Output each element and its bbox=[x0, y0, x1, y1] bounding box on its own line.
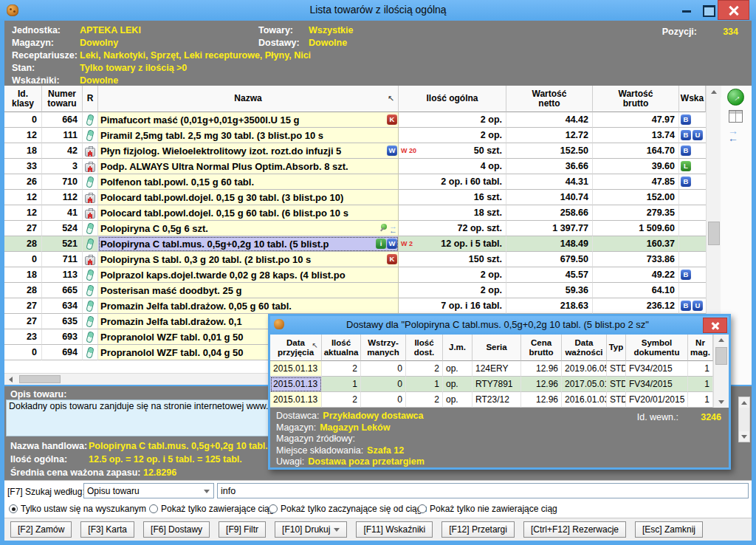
search-field-dropdown[interactable]: Opisu towaru bbox=[83, 483, 214, 498]
scroll-up-button[interactable] bbox=[707, 86, 721, 97]
supplies-column-header-4[interactable]: J.m. bbox=[443, 335, 472, 361]
panel-scroll-down[interactable] bbox=[739, 431, 749, 442]
cell-ilosc-ogolna: 16 szt. bbox=[399, 190, 506, 205]
f2-zamow-button[interactable]: [F2] Zamów bbox=[10, 521, 72, 538]
supplies-column-header-7[interactable]: Data ważności bbox=[562, 335, 607, 361]
cell-wartosc-netto: 140.74 bbox=[506, 190, 593, 205]
supplies-scroll-down[interactable] bbox=[714, 397, 729, 408]
refresh-icon[interactable]: → bbox=[727, 89, 744, 106]
supplies-column-header-5[interactable]: Seria bbox=[472, 335, 521, 361]
vertical-scroll-thumb[interactable] bbox=[708, 222, 720, 245]
column-header-2[interactable]: R bbox=[83, 86, 98, 112]
badge-U: U bbox=[693, 130, 703, 140]
table-row[interactable]: 1842Płyn fizjolog. Wieloelektrolitowy iz… bbox=[4, 143, 706, 159]
table-row[interactable]: 12111Piramil 2,5mg tabl. 2,5 mg 30 tabl.… bbox=[4, 128, 706, 143]
cell-wartosc-brutto: 64.10 bbox=[593, 283, 679, 298]
cell-wartosc-brutto: 160.37 bbox=[593, 236, 679, 252]
cell-numer-towaru: 113 bbox=[42, 267, 83, 283]
column-header-6[interactable]: Wartość brutto bbox=[593, 86, 679, 112]
table-row[interactable]: 18113Polprazol kaps.dojel.twarde 0,02 g … bbox=[4, 267, 706, 283]
cell-id-klasy: 12 bbox=[4, 190, 42, 205]
supply-row[interactable]: 2015.01.13101op.RTY789112.962017.05.01ST… bbox=[270, 377, 713, 392]
column-header-7[interactable]: Wska bbox=[679, 86, 706, 112]
supply-row[interactable]: 2015.01.13202op.RT23/1212.962016.01.03ST… bbox=[270, 392, 713, 408]
radio-dot-icon bbox=[9, 504, 18, 513]
description-text[interactable]: Dokładny opis towaru zanjduje się na str… bbox=[6, 400, 269, 436]
first-aid-icon bbox=[85, 194, 95, 203]
table-row[interactable]: 26710Polfenon tabl.powl. 0,15 g 60 tabl.… bbox=[4, 174, 706, 190]
column-header-5[interactable]: Wartość netto bbox=[506, 86, 593, 112]
table-row[interactable]: 333Podp. ALWAYS Ultra Normal Plus Optim.… bbox=[4, 159, 706, 174]
horizontal-scroll-thumb[interactable] bbox=[19, 375, 61, 383]
cell-numer-towaru: 711 bbox=[42, 252, 83, 267]
f12-przetargi-button[interactable]: [F12] Przetargi bbox=[441, 521, 515, 538]
cell-ilosc-ogolna: 7 op. i 16 tabl. bbox=[399, 298, 506, 314]
supplies-column-header-8[interactable]: Typ bbox=[607, 335, 626, 361]
column-header-3[interactable]: Nazwa↖ bbox=[98, 86, 399, 112]
table-row[interactable]: 1241Polocard tabl.powl.dojel. 0,15 g 60 … bbox=[4, 205, 706, 221]
supplies-column-header-6[interactable]: Cena brutto bbox=[521, 335, 562, 361]
column-header-0[interactable]: Id. klasy bbox=[4, 86, 42, 112]
cell-id-klasy: 0 bbox=[4, 252, 42, 267]
filter-towary: Towary:Wszystkie bbox=[258, 25, 353, 38]
search-mode-radio-0[interactable]: Tylko ustaw się na wyszukanym bbox=[9, 504, 146, 514]
supplies-column-header-3[interactable]: Ilość dost. bbox=[406, 335, 443, 361]
close-button[interactable] bbox=[718, 0, 749, 20]
supply-info-label: Uwagi: bbox=[276, 456, 304, 467]
table-row[interactable]: 28665Posterisan maść doodbyt. 25 g2 op.5… bbox=[4, 283, 706, 298]
f6-dostawy-button[interactable]: [F6] Dostawy bbox=[143, 521, 210, 538]
table-row[interactable]: 27634Promazin Jelfa tabl.drażow. 0,05 g … bbox=[4, 298, 706, 314]
cell-receptariusz bbox=[83, 283, 98, 298]
supply-cell-1: 2 bbox=[322, 361, 361, 377]
supplies-scroll-thumb[interactable] bbox=[715, 347, 727, 365]
warning-indicator: W 2 bbox=[401, 240, 413, 247]
search-input[interactable] bbox=[217, 483, 749, 498]
name-badges: K bbox=[387, 114, 397, 125]
cell-numer-towaru: 3 bbox=[42, 159, 83, 174]
chevron-down-icon bbox=[204, 490, 210, 493]
filter-summary-panel: Jednostka:APTEKA LEKI Magazyn:Dowolny Re… bbox=[4, 21, 752, 86]
f3-karta-button[interactable]: [F3] Karta bbox=[80, 521, 134, 538]
supply-row[interactable]: 2015.01.13202op.124ERY12.962019.06.05STD… bbox=[270, 361, 713, 377]
search-mode-radio-1[interactable]: Pokaż tylko zawierające ciąg bbox=[149, 504, 274, 514]
panel-scrollbar[interactable] bbox=[738, 397, 750, 442]
column-header-1[interactable]: Numer towaru bbox=[42, 86, 83, 112]
table-row[interactable]: 27524Polopiryna C 0,5g 6 szt.→←72 op. sz… bbox=[4, 221, 706, 236]
search-mode-radio-2[interactable]: Pokaż tylko zaczynające się od ciągu bbox=[269, 504, 427, 514]
table-row[interactable]: 0664Pimafucort maść (0,01g+0,01g+3500I.U… bbox=[4, 112, 706, 128]
cell-numer-towaru: 111 bbox=[42, 128, 83, 143]
cell-ilosc-ogolna: 150 szt. bbox=[399, 252, 506, 267]
esc-zamknij-button[interactable]: [Esc] Zamknij bbox=[635, 521, 703, 538]
supply-cell-5: RTY7891 bbox=[472, 377, 521, 392]
table-row[interactable]: 28521Polopiryna C tabl.mus. 0,5g+0,2g 10… bbox=[4, 236, 706, 252]
dialog-close-button[interactable] bbox=[703, 318, 727, 333]
ctrl-f12-rezerwacje-button[interactable]: [Ctrl+F12] Rezerwacje bbox=[523, 521, 626, 538]
cell-receptariusz bbox=[83, 329, 98, 345]
f10-drukuj-button[interactable]: [F10] Drukuj bbox=[275, 521, 347, 538]
supply-info-line: Uwagi:Dostawa poza przetargiem bbox=[276, 456, 729, 468]
scroll-left-button[interactable] bbox=[4, 374, 17, 385]
supplies-column-header-9[interactable]: Symbol dokumentu bbox=[626, 335, 688, 361]
table-row[interactable]: 0711Polopiryna S tabl. 0,3 g 20 tabl. (2… bbox=[4, 252, 706, 267]
supplies-column-header-0[interactable]: Data przyjęcia↖ bbox=[270, 335, 322, 361]
column-header-4[interactable]: Ilość ogólna bbox=[399, 86, 506, 112]
panel-scroll-up[interactable] bbox=[739, 397, 749, 408]
supplies-column-header-10[interactable]: Nr mag. bbox=[688, 335, 713, 361]
supplies-column-header-1[interactable]: Ilość aktualna bbox=[322, 335, 361, 361]
cell-wartosc-brutto: 733.86 bbox=[593, 252, 679, 267]
maximize-button[interactable] bbox=[698, 0, 718, 20]
search-mode-radio-3[interactable]: Pokaż tylko nie zawierające ciąg bbox=[418, 504, 557, 514]
minimize-button[interactable] bbox=[678, 0, 697, 20]
supplies-column-header-2[interactable]: Wstrzy- manych bbox=[361, 335, 406, 361]
f11-wskazniki-button[interactable]: [F11] Wskaźniki bbox=[356, 521, 433, 538]
badge-W: W bbox=[387, 145, 397, 156]
table-row[interactable]: 12112Polocard tabl.powl.dojel. 0,15 g 30… bbox=[4, 190, 706, 205]
supplies-scrollbar[interactable] bbox=[713, 335, 729, 408]
swap-view-icon[interactable]: →← bbox=[728, 127, 738, 142]
pill-icon bbox=[86, 114, 94, 126]
column-setup-icon[interactable] bbox=[729, 110, 743, 123]
radio-dot-icon bbox=[269, 504, 278, 513]
supplies-scroll-up[interactable] bbox=[714, 335, 729, 346]
f9-filtr-button[interactable]: [F9] Filtr bbox=[219, 521, 266, 538]
cell-wskazniki: BU bbox=[679, 128, 706, 143]
